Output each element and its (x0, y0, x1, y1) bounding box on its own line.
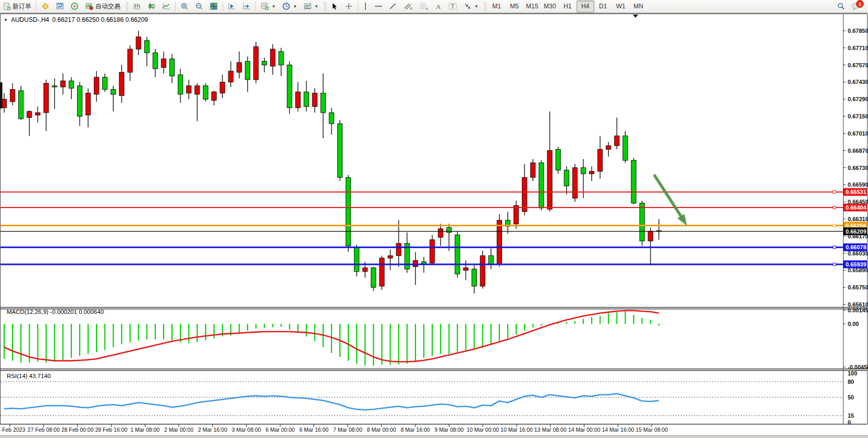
time-axis-label[interactable]: 6 Mar 00:00 (265, 427, 295, 433)
zoom-in-button[interactable] (177, 1, 192, 13)
fibonacci-icon: F (419, 2, 429, 10)
line-end-marker[interactable] (833, 224, 836, 227)
price-chart-canvas[interactable]: 0.678500.677100.675700.674300.672900.671… (0, 13, 868, 438)
auto-scroll-button[interactable] (225, 1, 239, 13)
vertical-line-tool-button[interactable] (360, 1, 371, 13)
timeframe-m15-button[interactable]: M15 (523, 1, 541, 13)
time-axis-label[interactable]: 27 Feb 08:00 (28, 427, 60, 433)
time-axis-label[interactable]: 14 Mar 16:00 (602, 427, 634, 433)
candle (178, 75, 183, 94)
text-tool-button[interactable]: A (432, 1, 445, 13)
candle (304, 92, 309, 106)
cursor-tool-button[interactable] (328, 1, 341, 13)
zoom-out-button[interactable] (192, 1, 206, 13)
time-axis-label[interactable]: 15 Mar 08:00 (635, 427, 668, 433)
channel-tool-button[interactable]: E (400, 1, 416, 13)
timeframe-d1-button[interactable]: D1 (594, 1, 612, 13)
time-axis-label[interactable]: 3 Mar 08:00 (232, 427, 261, 433)
time-axis-label[interactable]: 2 Mar 16:00 (198, 427, 227, 433)
separator (36, 2, 36, 11)
separator (358, 2, 358, 11)
navigator-icon (56, 2, 64, 10)
auto-trading-icon (85, 2, 93, 10)
horizontal-line-tool-button[interactable] (371, 1, 386, 13)
candle (296, 92, 300, 107)
price-axis-label: 0.65750 (848, 284, 868, 290)
timeframe-m5-button[interactable]: M5 (506, 1, 523, 13)
timeframe-mn-button[interactable]: MN (630, 1, 647, 13)
time-axis-label[interactable]: 6 Mar 16:00 (299, 427, 328, 433)
vertical-line-icon (363, 2, 368, 10)
collapse-icon[interactable]: ▼ (4, 18, 8, 22)
candle (354, 247, 359, 272)
time-axis-label[interactable]: 24 Feb 2023 (0, 427, 26, 433)
chart-area[interactable]: 0.678500.677100.675700.674300.672900.671… (0, 13, 868, 438)
price-axis-label: 0.66310 (848, 216, 868, 222)
time-axis-label[interactable]: 2 Mar 00:00 (164, 427, 193, 433)
price-axis-label: 0.67570 (848, 62, 868, 68)
timeframe-h4-button[interactable]: H4 (577, 1, 594, 13)
timeframe-m1-button[interactable]: M1 (488, 1, 506, 13)
arrows-tool-button[interactable]: ▼ (460, 1, 482, 13)
candle (598, 149, 603, 171)
time-axis-label[interactable]: 14 Mar 00:00 (568, 427, 601, 433)
templates-button[interactable]: ▼ (300, 1, 322, 13)
time-axis-label[interactable]: 9 Mar 08:00 (434, 427, 463, 433)
timeframe-h1-button[interactable]: H1 (559, 1, 577, 13)
candle (77, 86, 82, 116)
time-axis-label[interactable]: 28 Feb 16:00 (95, 427, 127, 433)
time-axis-label[interactable]: 7 Mar 08:00 (333, 427, 362, 433)
candle (287, 65, 292, 108)
line-end-marker[interactable] (833, 206, 836, 209)
chart-symbol-label: AUDUSD-,H4 (11, 16, 49, 23)
time-axis-label[interactable]: 8 Mar 16:00 (401, 427, 430, 433)
time-axis-label[interactable]: 28 Feb 00:00 (62, 427, 94, 433)
line-end-marker[interactable] (833, 191, 836, 193)
crosshair-tool-button[interactable] (341, 1, 356, 13)
time-axis-label[interactable]: 10 Mar 00:00 (467, 427, 499, 433)
chart-shift-button[interactable] (239, 1, 254, 13)
time-axis-label[interactable]: 10 Mar 16:00 (500, 427, 533, 433)
market-watch-icon (41, 2, 50, 10)
text-label-tool-button[interactable]: T (445, 1, 460, 13)
trendline-tool-button[interactable] (386, 1, 400, 13)
signals-button[interactable] (67, 1, 82, 13)
candle (44, 83, 48, 113)
chart-symbol-line[interactable]: ▼ AUDUSD-,H4 0.66217 0.66250 0.66186 0.6… (4, 16, 148, 23)
navigator-button[interactable] (53, 1, 67, 13)
auto-trading-button[interactable]: 自动交易 (82, 1, 124, 13)
time-axis-label[interactable]: 1 Mar 08:00 (130, 427, 160, 433)
indicators-button[interactable]: ▼ (258, 1, 279, 13)
time-axis-label[interactable]: 8 Mar 00:00 (367, 427, 396, 433)
market-watch-button[interactable] (38, 1, 53, 13)
partial-candle (0, 82, 3, 108)
periods-button[interactable]: ▼ (279, 1, 300, 13)
price-axis-label: 0.66730 (848, 165, 868, 171)
line-chart-button[interactable] (159, 1, 174, 13)
line-end-marker[interactable] (833, 246, 836, 249)
periods-clock-icon (282, 2, 290, 10)
text-label-icon: T (448, 2, 457, 10)
notifications-button[interactable]: 1 (848, 1, 864, 13)
bar-chart-button[interactable] (130, 1, 144, 13)
search-button[interactable] (834, 1, 848, 13)
down-arrow-head[interactable] (677, 214, 687, 226)
timeframe-w1-button[interactable]: W1 (612, 1, 630, 13)
timeframe-m30-button[interactable]: M30 (541, 1, 559, 13)
candle (144, 41, 149, 53)
down-arrow-annotation[interactable] (655, 176, 682, 219)
tile-windows-button[interactable] (206, 1, 221, 13)
fibonacci-tool-button[interactable]: F (416, 1, 432, 13)
candle (396, 244, 401, 256)
candlestick-chart-button[interactable] (144, 1, 159, 13)
toolbar-grip (483, 2, 486, 10)
candle (547, 151, 552, 210)
candle (253, 46, 258, 79)
line-end-marker[interactable] (833, 263, 836, 265)
candle (556, 149, 560, 170)
time-axis-label[interactable]: 13 Mar 08:00 (534, 427, 567, 433)
candle (245, 62, 250, 80)
candle (631, 160, 636, 203)
chart-ohlc-values: 0.66217 0.66250 0.66186 0.66209 (52, 16, 148, 23)
new-order-button[interactable]: 新订单 (0, 1, 34, 13)
